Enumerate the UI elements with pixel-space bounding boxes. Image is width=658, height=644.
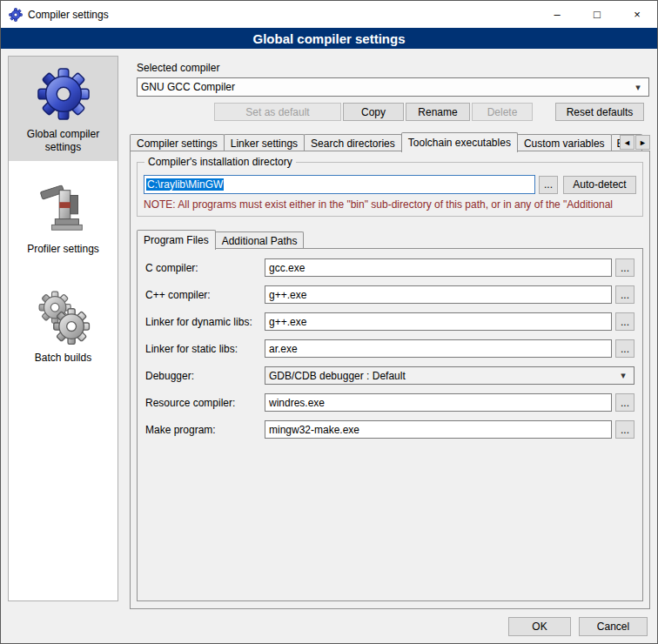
c-compiler-input[interactable] (265, 258, 612, 277)
ok-button[interactable]: OK (508, 617, 571, 636)
reset-defaults-button[interactable]: Reset defaults (555, 103, 644, 121)
dialog-footer: OK Cancel (508, 617, 648, 636)
gray-gears-icon (37, 291, 91, 345)
cancel-button[interactable]: Cancel (579, 617, 648, 636)
installation-directory-row: C:\raylib\MinGW ... Auto-detect (144, 175, 636, 194)
form-row: Resource compiler: ... (145, 393, 634, 412)
dynamic-linker-label: Linker for dynamic libs: (145, 316, 265, 328)
tab-scroll-right-icon[interactable]: ► (635, 135, 650, 150)
sidebar-item-global-compiler-settings[interactable]: Global compiler settings (9, 57, 118, 161)
installation-directory-input[interactable]: C:\raylib\MinGW (144, 175, 535, 194)
make-program-label: Make program: (145, 424, 265, 436)
form-row: Debugger: GDB/CDB debugger : Default ▾ (145, 366, 634, 385)
page-title: Global compiler settings (1, 28, 657, 49)
compiler-select[interactable]: GNU GCC Compiler ▾ (137, 77, 649, 97)
tab-toolchain-executables[interactable]: Toolchain executables (401, 132, 518, 152)
cpp-compiler-browse-button[interactable]: ... (615, 285, 634, 304)
blue-gear-icon (37, 67, 91, 121)
subtab-additional-paths[interactable]: Additional Paths (215, 231, 305, 249)
app-gear-icon (9, 8, 23, 22)
sidebar-item-label: Batch builds (10, 352, 116, 365)
sidebar-item-label: Global compiler settings (10, 128, 116, 154)
resource-compiler-browse-button[interactable]: ... (615, 393, 634, 412)
compiler-select-value: GNU GCC Compiler (141, 81, 235, 93)
titlebar: Compiler settings – □ × (1, 1, 657, 28)
form-row: C++ compiler: ... (145, 285, 634, 304)
tab-scroll-buttons: ◄ ► (619, 135, 650, 150)
compiler-settings-dialog: Compiler settings – □ × Global compiler … (0, 0, 658, 644)
tab-compiler-settings[interactable]: Compiler settings (130, 134, 225, 151)
program-files-tabstrip: Program Files Additional Paths (137, 229, 643, 249)
tab-linker-settings[interactable]: Linker settings (224, 134, 305, 151)
form-row: Linker for static libs: ... (145, 339, 634, 358)
tab-custom-variables[interactable]: Custom variables (517, 134, 612, 151)
c-compiler-browse-button[interactable]: ... (615, 258, 634, 277)
installation-directory-group: Compiler's installation directory C:\ray… (137, 162, 643, 217)
debugger-select-value: GDB/CDB debugger : Default (269, 370, 406, 382)
set-as-default-button[interactable]: Set as default (214, 103, 341, 121)
tab-scroll-left-icon[interactable]: ◄ (620, 135, 634, 150)
settings-tabstrip: Compiler settings Linker settings Search… (130, 131, 650, 151)
maximize-button[interactable]: □ (577, 1, 617, 28)
c-compiler-label: C compiler: (145, 262, 265, 274)
resource-compiler-input[interactable] (265, 393, 612, 412)
installation-directory-group-title: Compiler's installation directory (144, 156, 296, 168)
static-linker-input[interactable] (265, 339, 612, 358)
close-button[interactable]: × (617, 1, 657, 28)
make-program-browse-button[interactable]: ... (615, 420, 634, 439)
sidebar-item-label: Profiler settings (10, 243, 116, 256)
selected-compiler-label: Selected compiler (137, 62, 650, 74)
dynamic-linker-input[interactable] (265, 312, 612, 331)
debugger-select[interactable]: GDB/CDB debugger : Default ▾ (265, 366, 634, 385)
compiler-actions: Set as default Copy Rename Delete Reset … (127, 103, 644, 121)
chevron-down-icon: ▾ (616, 370, 630, 381)
delete-button[interactable]: Delete (472, 103, 533, 121)
profiler-tool-icon (37, 182, 91, 236)
toolchain-executables-panel: Compiler's installation directory C:\ray… (130, 151, 650, 609)
sidebar-item-profiler-settings[interactable]: Profiler settings (9, 171, 118, 263)
copy-button[interactable]: Copy (343, 103, 404, 121)
cpp-compiler-label: C++ compiler: (145, 289, 265, 301)
make-program-input[interactable] (265, 420, 612, 439)
minimize-button[interactable]: – (537, 1, 577, 28)
window-title: Compiler settings (28, 9, 109, 21)
form-row: Linker for dynamic libs: ... (145, 312, 634, 331)
rename-button[interactable]: Rename (406, 103, 470, 121)
cpp-compiler-input[interactable] (265, 285, 612, 304)
bin-subdirectory-note: NOTE: All programs must exist either in … (144, 198, 636, 211)
chevron-down-icon: ▾ (631, 82, 645, 93)
tab-search-directories[interactable]: Search directories (304, 134, 402, 151)
form-row: C compiler: ... (145, 258, 634, 277)
form-row: Make program: ... (145, 420, 634, 439)
installation-directory-value: C:\raylib\MinGW (146, 178, 224, 191)
debugger-label: Debugger: (145, 370, 265, 382)
auto-detect-button[interactable]: Auto-detect (563, 176, 636, 194)
subtab-program-files[interactable]: Program Files (137, 230, 216, 250)
static-linker-browse-button[interactable]: ... (615, 339, 634, 358)
installation-directory-browse-button[interactable]: ... (539, 176, 558, 194)
dynamic-linker-browse-button[interactable]: ... (615, 312, 634, 331)
window-controls: – □ × (537, 1, 657, 28)
resource-compiler-label: Resource compiler: (145, 397, 265, 409)
global-compiler-settings-pane: Selected compiler GNU GCC Compiler ▾ Set… (127, 56, 650, 643)
sidebar-item-batch-builds[interactable]: Batch builds (9, 280, 118, 372)
program-files-panel: C compiler: ... C++ compiler: ... Linker… (137, 248, 643, 601)
static-linker-label: Linker for static libs: (145, 343, 265, 355)
settings-category-sidebar: Global compiler settings Profiler settin… (8, 56, 118, 601)
